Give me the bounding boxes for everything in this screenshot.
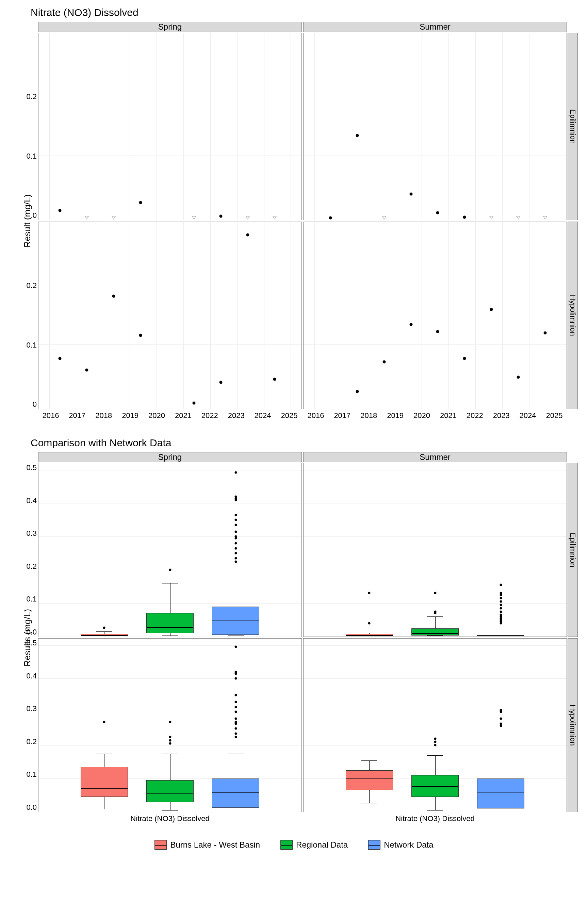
outlier — [234, 552, 237, 554]
nondetect-marker — [543, 216, 547, 220]
outlier — [234, 535, 237, 538]
outlier — [234, 557, 237, 559]
scatter-y-ticks: x 0.2 0.1 0 — [20, 33, 37, 220]
outlier — [234, 530, 237, 533]
panel-summer-epi — [303, 33, 567, 220]
outlier — [234, 732, 237, 735]
nondetect-marker — [382, 216, 386, 220]
boxplot-x-label-right: Nitrate (NO3) Dissolved — [302, 813, 568, 826]
outlier — [499, 600, 502, 603]
outlier — [499, 610, 502, 613]
scatter-title: Nitrate (NO3) Dissolved — [31, 7, 578, 18]
box-burns-lake-west-basin — [346, 770, 393, 791]
outlier — [499, 607, 502, 609]
outlier — [499, 597, 502, 600]
data-point — [383, 360, 386, 363]
nondetect-marker — [192, 216, 196, 220]
outlier — [234, 711, 237, 713]
panel-spring-hypo: x 0.2 0.1 0 — [38, 221, 302, 409]
data-point — [463, 216, 466, 219]
box-network-data — [212, 779, 259, 808]
outlier — [499, 584, 502, 586]
box-burns-lake-west-basin — [81, 767, 128, 797]
outlier — [499, 604, 502, 606]
data-point — [85, 369, 88, 372]
outlier — [499, 717, 502, 719]
scatter-facet-chart: Nitrate (NO3) Dissolved Result (mg/L) Sp… — [10, 7, 578, 424]
outlier — [234, 514, 237, 516]
scatter-grid: Result (mg/L) Spring Summer Epilimnion H… — [17, 22, 578, 424]
data-point — [139, 201, 142, 204]
outlier — [434, 744, 436, 747]
col-strip-summer2: Summer — [303, 452, 567, 462]
nondetect-marker — [85, 216, 89, 220]
row-strip-epi2: Epilimnion — [568, 463, 578, 637]
legend-network: Network Data — [368, 840, 433, 850]
outlier — [234, 542, 237, 544]
box-regional-data — [411, 628, 459, 636]
data-point — [192, 401, 195, 404]
legend-key-blue — [368, 840, 380, 850]
row-strip-hypo2: Hypolimnion — [568, 638, 578, 812]
outlier — [169, 739, 171, 741]
row-strip-hypo: Hypolimnion — [568, 221, 578, 409]
bpanel-spring-epi: 0.50.40.30.20.10.0 — [38, 463, 302, 637]
data-point — [409, 193, 412, 196]
data-point — [436, 212, 439, 215]
box-burns-lake-west-basin — [81, 634, 128, 635]
data-point — [355, 390, 359, 393]
outlier — [234, 706, 237, 708]
legend: Burns Lake - West Basin Regional Data Ne… — [10, 840, 578, 850]
outlier — [434, 592, 436, 594]
legend-key-green — [280, 840, 292, 850]
box-burns-lake-west-basin — [346, 634, 393, 635]
legend-burns: Burns Lake - West Basin — [155, 840, 260, 850]
outlier — [234, 646, 237, 648]
outlier — [234, 677, 237, 680]
bpanel-summer-epi — [303, 463, 567, 637]
data-point — [329, 217, 332, 220]
data-point — [355, 134, 359, 137]
outlier — [499, 614, 502, 616]
col-strip-spring2: Spring — [38, 452, 302, 462]
data-point — [490, 308, 493, 311]
bpanel-summer-hypo — [303, 638, 567, 812]
boxplot-y-ticks: 0.50.40.30.20.10.0 — [20, 463, 37, 637]
scatter-y-ticks2: x 0.2 0.1 0 — [20, 222, 37, 409]
outlier — [169, 736, 171, 738]
scatter-x-ticks-left: 2016201720182019202020212022202320242025 — [37, 410, 302, 424]
data-point — [543, 331, 546, 334]
outlier — [499, 592, 502, 594]
outlier — [103, 721, 105, 723]
row-strip-epi: Epilimnion — [568, 33, 578, 220]
nondetect-marker — [516, 216, 520, 220]
outlier — [434, 610, 436, 613]
outlier — [169, 721, 171, 723]
data-point — [58, 357, 61, 360]
outlier — [234, 472, 237, 474]
legend-key-red — [155, 840, 167, 850]
boxplot-x-label-left: Nitrate (NO3) Dissolved — [37, 813, 302, 826]
outlier — [169, 742, 171, 745]
data-point — [463, 357, 466, 360]
data-point — [58, 209, 61, 212]
nondetect-marker — [489, 216, 493, 220]
data-point — [220, 215, 223, 218]
box-network-data — [477, 779, 524, 808]
outlier — [234, 560, 237, 563]
box-regional-data — [146, 780, 194, 802]
outlier — [499, 725, 502, 727]
data-point — [436, 330, 439, 333]
data-point — [517, 376, 520, 379]
outlier — [234, 717, 237, 719]
outlier — [234, 736, 237, 738]
outlier — [234, 694, 237, 697]
boxplot-facet-chart: Comparison with Network Data Results (mg… — [10, 437, 578, 826]
data-point — [409, 323, 412, 326]
boxplot-grid: Results (mg/L) Spring Summer Epilimnion … — [17, 452, 578, 826]
outlier — [499, 722, 502, 725]
outlier — [234, 727, 237, 730]
outlier — [499, 709, 502, 711]
outlier — [103, 626, 105, 629]
legend-regional: Regional Data — [280, 840, 348, 850]
